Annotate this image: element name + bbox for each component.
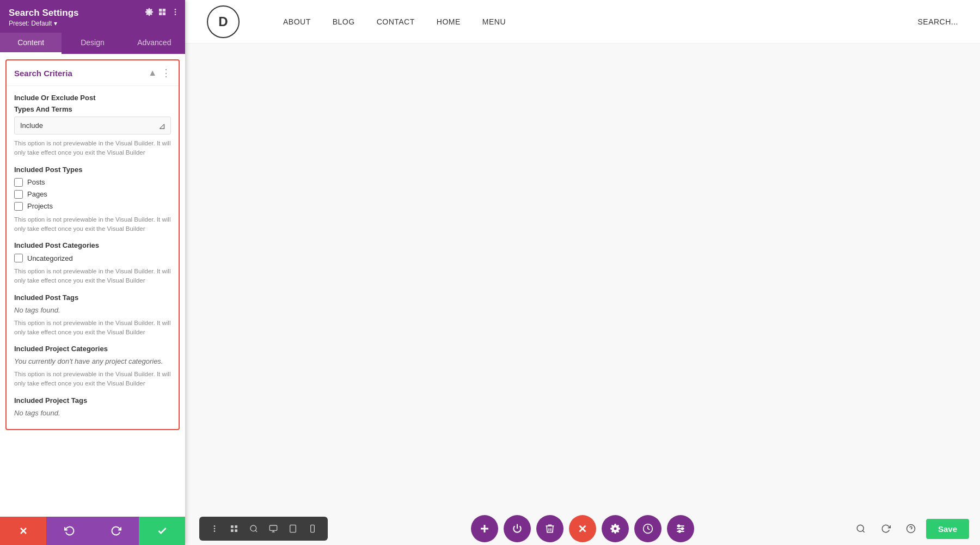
section-body: Include Or Exclude Post Types And Terms … (7, 86, 179, 429)
svg-rect-14 (235, 525, 237, 528)
main-content (185, 44, 980, 545)
svg-point-17 (250, 525, 256, 531)
undo-button[interactable] (46, 517, 93, 545)
tab-advanced[interactable]: Advanced (124, 33, 185, 54)
toolbar-right: Save (851, 519, 969, 539)
svg-rect-24 (311, 525, 315, 532)
main-area: D ABOUT BLOG CONTACT HOME MENU SEARCH... (185, 0, 980, 545)
svg-point-7 (175, 14, 176, 15)
panel-header-icons (145, 8, 180, 16)
svg-point-10 (214, 525, 216, 527)
toolbar-refresh-button[interactable] (876, 519, 896, 538)
svg-rect-19 (270, 525, 277, 530)
svg-rect-13 (231, 525, 234, 528)
nav-about[interactable]: ABOUT (283, 17, 311, 26)
uncategorized-label[interactable]: Uncategorized (27, 254, 73, 262)
svg-point-6 (175, 11, 176, 13)
nav-links: ABOUT BLOG CONTACT HOME MENU (283, 17, 917, 26)
more-vert-icon[interactable] (171, 8, 180, 16)
toolbar-mobile-button[interactable] (304, 521, 321, 536)
section-title: Search Criteria (14, 69, 72, 78)
svg-rect-15 (231, 529, 234, 532)
panel-header: Search Settings Preset: Default ▾ (0, 0, 185, 33)
confirm-button[interactable] (139, 517, 185, 545)
no-project-tags-text: No tags found. (14, 409, 171, 417)
svg-line-39 (862, 530, 864, 532)
nav-home[interactable]: HOME (437, 17, 461, 26)
collapse-button[interactable]: ▲ (148, 68, 157, 78)
nav-menu[interactable]: MENU (482, 17, 506, 26)
post-type-posts: Posts (14, 178, 171, 187)
include-exclude-select[interactable]: Include Exclude (14, 117, 171, 134)
tab-content[interactable]: Content (0, 33, 62, 54)
section-header: Search Criteria ▲ ⋮ (7, 60, 179, 86)
nav-contact[interactable]: CONTACT (377, 17, 415, 26)
power-button[interactable] (504, 515, 531, 542)
nav-search[interactable]: SEARCH... (917, 17, 958, 26)
layout-icon[interactable] (158, 8, 167, 16)
tab-design[interactable]: Design (62, 33, 123, 54)
exit-button[interactable] (569, 515, 596, 542)
section-header-right: ▲ ⋮ (148, 67, 171, 79)
project-categories-label: Included Project Categories (14, 345, 171, 353)
toolbar-center (471, 515, 694, 542)
pages-checkbox[interactable] (14, 190, 23, 199)
add-button[interactable] (471, 515, 498, 542)
svg-rect-4 (163, 13, 166, 15)
bottom-toolbar: Save (185, 512, 980, 545)
toolbar-more-button[interactable] (206, 521, 223, 536)
toolbar-grid-button[interactable] (225, 521, 243, 536)
settings-button[interactable] (602, 515, 629, 542)
sliders-button[interactable] (667, 515, 694, 542)
categories-group: Uncategorized (14, 254, 171, 262)
no-tags-text: No tags found. (14, 306, 171, 314)
post-types-group: Posts Pages Projects (14, 178, 171, 211)
toolbar-search-button[interactable] (245, 521, 262, 536)
svg-rect-2 (163, 9, 166, 11)
toolbar-search-right-button[interactable] (851, 519, 871, 538)
svg-rect-16 (235, 529, 237, 532)
svg-point-35 (678, 525, 679, 526)
tags-label: Included Post Tags (14, 293, 171, 302)
posts-label[interactable]: Posts (27, 178, 45, 186)
toolbar-desktop-button[interactable] (265, 521, 282, 536)
top-nav: D ABOUT BLOG CONTACT HOME MENU SEARCH... (185, 0, 980, 44)
svg-point-12 (214, 530, 216, 532)
hint-text-1: This option is not previewable in the Vi… (14, 139, 171, 158)
svg-line-18 (255, 530, 257, 532)
toolbar-help-button[interactable] (901, 519, 921, 538)
section-more-button[interactable]: ⋮ (161, 67, 171, 79)
logo: D (207, 5, 240, 38)
settings-icon[interactable] (145, 8, 154, 16)
svg-point-5 (175, 9, 176, 10)
toolbar-tablet-button[interactable] (284, 521, 302, 536)
svg-point-11 (214, 528, 216, 530)
pages-label[interactable]: Pages (27, 190, 47, 198)
panel-tabs: Content Design Advanced (0, 33, 185, 54)
panel-footer (0, 517, 185, 545)
redo-button[interactable] (93, 517, 139, 545)
posts-checkbox[interactable] (14, 178, 23, 187)
svg-rect-1 (159, 9, 162, 11)
settings-panel: Search Settings Preset: Default ▾ Conten… (0, 0, 185, 545)
no-project-categories-text: You currently don't have any project cat… (14, 357, 171, 365)
delete-button[interactable] (536, 515, 564, 542)
post-type-projects: Projects (14, 202, 171, 211)
panel-preset[interactable]: Preset: Default ▾ (9, 20, 176, 27)
nav-blog[interactable]: BLOG (333, 17, 355, 26)
svg-rect-22 (290, 525, 296, 532)
save-button[interactable]: Save (926, 519, 969, 539)
history-button[interactable] (634, 515, 661, 542)
svg-point-38 (857, 525, 863, 531)
toolbar-left (199, 517, 328, 541)
svg-rect-3 (159, 13, 162, 15)
projects-checkbox[interactable] (14, 202, 23, 211)
hint-text-5: This option is not previewable in the Vi… (14, 370, 171, 389)
post-types-label: Included Post Types (14, 166, 171, 174)
post-type-pages: Pages (14, 190, 171, 199)
uncategorized-checkbox[interactable] (14, 254, 23, 262)
project-tags-label: Included Project Tags (14, 396, 171, 405)
include-exclude-sublabel: Types And Terms (14, 105, 171, 113)
projects-label[interactable]: Projects (27, 202, 53, 210)
cancel-button[interactable] (0, 517, 46, 545)
